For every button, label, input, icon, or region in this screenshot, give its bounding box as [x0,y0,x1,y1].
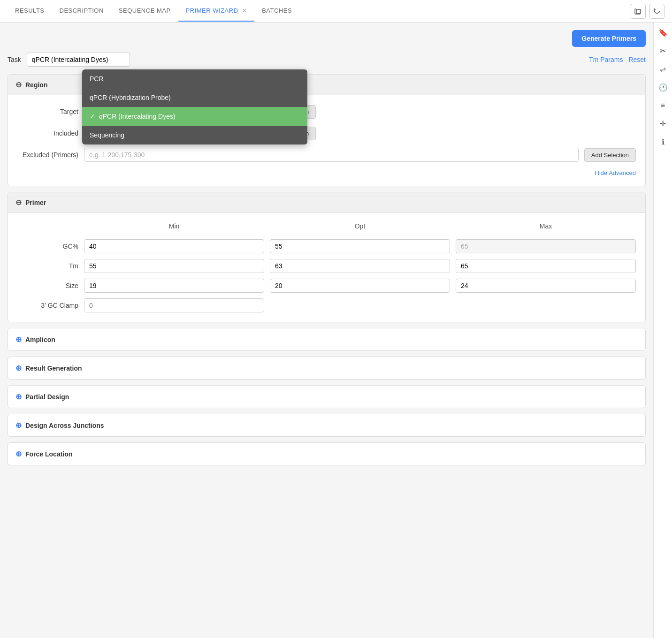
generate-primers-button[interactable]: Generate Primers [572,30,646,47]
design-across-junctions-section: ⊕ Design Across Junctions [8,414,646,437]
primer-collapse-icon[interactable]: ⊖ [15,198,22,207]
move-icon[interactable]: ✛ [660,119,666,128]
region-collapse-icon[interactable]: ⊖ [15,80,22,89]
clock-icon[interactable]: 🕐 [658,83,668,92]
gc-label: GC% [17,243,78,250]
tab-sequence-map[interactable]: SEQUENCE MAP [111,0,178,22]
dropdown-item-qpcr-hybridization[interactable]: qPCR (Hybridization Probe) [82,88,307,107]
partial-design-expand-icon[interactable]: ⊕ [15,392,22,401]
main-content: Generate Primers Task qPCR (Intercalatin… [0,23,653,638]
partial-design-title: Partial Design [25,393,69,401]
included-label: Included [17,129,78,137]
excluded-label: Excluded (Primers) [17,151,78,159]
excluded-input[interactable] [84,148,579,162]
result-generation-section: ⊕ Result Generation [8,357,646,380]
partial-design-section: ⊕ Partial Design [8,385,646,408]
region-title: Region [25,81,47,89]
bookmark-icon[interactable]: 🔖 [658,28,668,37]
gc-clamp-label: 3' GC Clamp [17,302,78,309]
size-opt-input[interactable] [270,279,450,293]
amplicon-section: ⊕ Amplicon [8,328,646,351]
design-across-junctions-expand-icon[interactable]: ⊕ [15,421,22,430]
force-location-expand-icon[interactable]: ⊕ [15,449,22,458]
tm-min-input[interactable] [84,259,264,273]
hide-advanced-link[interactable]: Hide Advanced [17,169,636,176]
tab-results[interactable]: RESULTS [8,0,52,22]
primer-min-header: Min [84,222,264,234]
copy-icon-button[interactable] [631,4,646,19]
amplicon-section-header[interactable]: ⊕ Amplicon [8,328,645,350]
task-row: Task qPCR (Intercalating Dyes) Tm Params… [8,53,646,67]
dropdown-item-sequencing[interactable]: Sequencing [82,126,307,144]
size-max-input[interactable] [456,279,636,293]
tm-max-input[interactable] [456,259,636,273]
refresh-icon-button[interactable] [649,4,664,19]
force-location-title: Force Location [25,450,72,458]
partial-design-section-header[interactable]: ⊕ Partial Design [8,386,645,408]
primer-opt-header: Opt [270,222,450,234]
list-icon[interactable]: ≡ [661,101,665,110]
design-across-junctions-title: Design Across Junctions [25,422,104,429]
pcr-option-label: PCR [90,75,104,83]
scissors-icon[interactable]: ✂ [660,46,666,55]
sequencing-option-label: Sequencing [90,131,124,139]
primer-section-body: Min Opt Max GC% Tm Size [8,213,645,322]
force-location-section-header[interactable]: ⊕ Force Location [8,443,645,465]
tm-opt-input[interactable] [270,259,450,273]
tab-description[interactable]: DESCRIPTION [52,0,111,22]
top-bar: Generate Primers [8,30,646,47]
gc-clamp-input[interactable] [84,298,264,312]
primer-max-header: Max [456,222,636,234]
dropdown-item-qpcr-intercalating[interactable]: ✓ qPCR (Intercalating Dyes) [82,107,307,126]
tab-primer-wizard[interactable]: PRIMER WIZARD ✕ [178,0,255,22]
dropdown-item-pcr[interactable]: PCR [82,69,307,88]
tm-params-link[interactable]: Tm Params [589,56,623,63]
task-select-wrapper: qPCR (Intercalating Dyes) [27,53,130,67]
primer-section-header: ⊖ Primer [8,192,645,213]
task-select[interactable]: qPCR (Intercalating Dyes) [27,53,130,67]
result-generation-expand-icon[interactable]: ⊕ [15,364,22,372]
amplicon-expand-icon[interactable]: ⊕ [15,335,22,344]
design-across-junctions-section-header[interactable]: ⊕ Design Across Junctions [8,414,645,436]
reset-link[interactable]: Reset [628,56,646,63]
size-label: Size [17,282,78,289]
primer-grid: Min Opt Max GC% Tm Size [17,222,636,312]
copy-icon [634,8,642,15]
amplicon-title: Amplicon [25,336,55,343]
result-generation-title: Result Generation [25,365,82,372]
swap-icon[interactable]: ⇌ [660,65,666,74]
tm-label: Tm [17,262,78,270]
add-selection-button[interactable]: Add Selection [584,148,636,162]
qpcr-hybridization-label: qPCR (Hybridization Probe) [90,94,171,101]
primer-section: ⊖ Primer Min Opt Max GC% Tm [8,192,646,322]
svg-rect-0 [636,9,641,14]
gc-max-input [456,239,636,253]
gc-min-input[interactable] [84,239,264,253]
refresh-icon [653,8,661,15]
size-min-input[interactable] [84,279,264,293]
info-icon[interactable]: ℹ [662,137,664,146]
close-tab-icon[interactable]: ✕ [242,8,247,14]
primer-title: Primer [25,199,46,206]
top-navigation: RESULTS DESCRIPTION SEQUENCE MAP PRIMER … [0,0,672,23]
qpcr-intercalating-label: qPCR (Intercalating Dyes) [99,113,176,120]
task-dropdown: PCR qPCR (Hybridization Probe) ✓ qPCR (I… [82,69,307,144]
excluded-row: Excluded (Primers) Add Selection [17,148,636,162]
target-label: Target [17,108,78,115]
force-location-section: ⊕ Force Location [8,442,646,465]
task-label: Task [8,56,21,63]
tab-batches[interactable]: BATCHES [254,0,299,22]
result-generation-section-header[interactable]: ⊕ Result Generation [8,357,645,379]
gc-opt-input[interactable] [270,239,450,253]
right-sidebar: 🔖 ✂ ⇌ 🕐 ≡ ✛ ℹ [653,23,672,638]
check-icon: ✓ [90,113,95,120]
